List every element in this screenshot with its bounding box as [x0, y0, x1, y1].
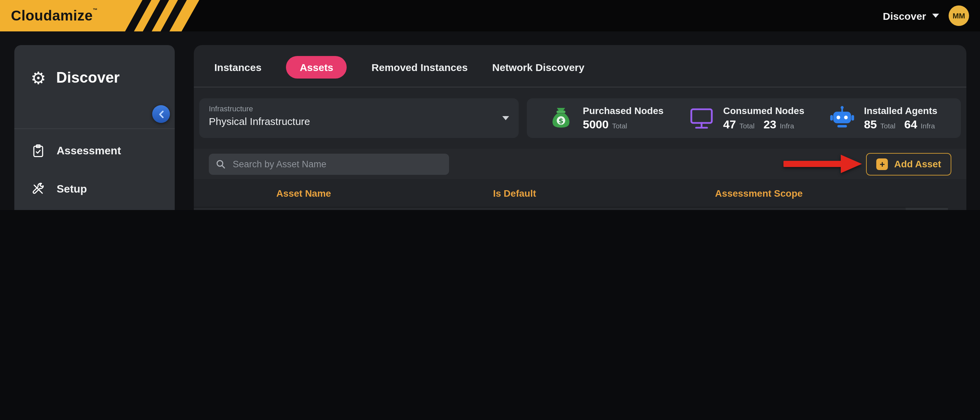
stat-values: 47 Total 23 Infra — [723, 118, 804, 131]
infrastructure-select-label: Infrastructure — [209, 104, 509, 113]
search-icon — [216, 159, 226, 169]
topbar-right: Discover MM — [883, 5, 980, 26]
column-header-is-default: Is Default — [493, 187, 536, 198]
user-avatar[interactable]: MM — [948, 5, 969, 26]
column-header-asset-name: Asset Name — [277, 187, 331, 198]
stat-total: 47 — [723, 118, 736, 131]
table-endcap — [948, 207, 966, 210]
table-row: 36g ••• — [194, 208, 966, 210]
stat-consumed-nodes: Consumed Nodes 47 Total 23 Infra — [687, 104, 804, 132]
sidebar-item-setup[interactable]: Setup — [21, 174, 168, 204]
infrastructure-select-value: Physical Infrastructure — [209, 115, 509, 127]
asset-table-body: 36g ••• 45v ••• Default — [194, 208, 966, 210]
stat-title: Purchased Nodes — [583, 105, 664, 116]
robot-icon — [829, 104, 856, 132]
tab-assets[interactable]: Assets — [286, 56, 347, 78]
controls-row: Infrastructure Physical Infrastructure $… — [199, 98, 961, 138]
topbar: Cloudamize™ Discover MM — [0, 0, 980, 32]
add-asset-label: Add Asset — [894, 158, 941, 169]
money-bag-icon: $ — [547, 104, 574, 132]
stat-title: Consumed Nodes — [723, 105, 804, 116]
chevron-down-icon — [932, 14, 939, 18]
app-root: Cloudamize™ Discover MM ⚙ Discover — [0, 0, 980, 210]
add-asset-button[interactable]: + Add Asset — [866, 153, 951, 175]
sidebar-header: ⚙ Discover — [14, 45, 175, 111]
stat-title: Installed Agents — [864, 105, 940, 116]
stat-infra-unit: Infra — [921, 121, 935, 129]
plus-icon: + — [877, 158, 888, 170]
tab-instances[interactable]: Instances — [214, 56, 261, 78]
stat-infra: 23 — [763, 118, 776, 131]
tools-icon — [31, 182, 46, 197]
divider — [194, 87, 966, 88]
stat-values: 5000 Total — [583, 118, 664, 131]
table-toolbar: + Add Asset — [194, 149, 966, 179]
sidebar: ⚙ Discover Assessment Setup — [14, 45, 175, 210]
search-input[interactable] — [231, 158, 442, 170]
stat-installed-agents: Installed Agents 85 Total 64 Infra — [829, 104, 940, 132]
cloudamize-logo[interactable]: Cloudamize™ — [0, 0, 199, 32]
column-header-assessment-scope: Assessment Scope — [715, 187, 803, 198]
discover-menu[interactable]: Discover — [883, 10, 939, 21]
stat-values: 85 Total 64 Infra — [864, 118, 940, 131]
stat-infra: 64 — [904, 118, 917, 131]
trademark-symbol: ™ — [93, 8, 98, 12]
row-actions-button[interactable]: ••• — [905, 208, 948, 210]
stat-purchased-nodes: $ Purchased Nodes 5000 Total — [547, 104, 664, 132]
infrastructure-select[interactable]: Infrastructure Physical Infrastructure — [199, 98, 519, 138]
main-panel: Instances Assets Removed Instances Netwo… — [194, 45, 966, 210]
divider — [14, 128, 175, 129]
sidebar-title: Discover — [56, 69, 120, 87]
stat-total: 5000 — [583, 118, 609, 131]
sidebar-item-assessment[interactable]: Assessment — [21, 136, 168, 166]
stat-total: 85 — [864, 118, 877, 131]
search-box[interactable] — [209, 153, 449, 174]
stat-total-unit: Total — [740, 121, 754, 129]
discover-menu-label: Discover — [883, 10, 926, 21]
clipboard-icon — [31, 144, 46, 158]
sidebar-nav: Assessment Setup Inventory Settings Exte… — [14, 136, 175, 210]
sidebar-item-label: Assessment — [57, 145, 121, 157]
tab-bar: Instances Assets Removed Instances Netwo… — [194, 45, 966, 87]
stats-panel: $ Purchased Nodes 5000 Total — [527, 98, 961, 138]
gear-icon: ⚙ — [31, 69, 46, 86]
chevron-left-icon — [157, 110, 165, 118]
table-header: Asset Name Is Default Assessment Scope — [194, 179, 966, 208]
tab-removed-instances[interactable]: Removed Instances — [372, 56, 468, 78]
annotation-arrow — [783, 154, 862, 174]
stat-infra-unit: Infra — [780, 121, 794, 129]
monitor-icon — [687, 104, 715, 132]
stat-total-unit: Total — [612, 121, 627, 129]
sidebar-collapse-button[interactable] — [152, 105, 170, 123]
chevron-down-icon — [502, 116, 509, 120]
sidebar-item-label: Setup — [57, 183, 87, 195]
stat-total-unit: Total — [880, 121, 896, 129]
tab-network-discovery[interactable]: Network Discovery — [492, 56, 584, 78]
svg-text:$: $ — [558, 117, 564, 125]
logo-text: Cloudamize™ — [0, 8, 98, 24]
